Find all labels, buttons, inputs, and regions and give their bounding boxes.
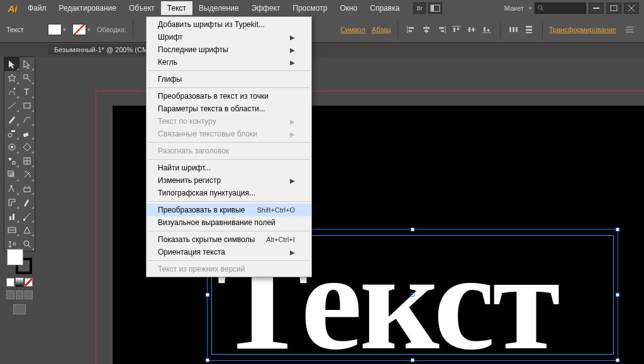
menu-item-текст[interactable]: Текст xyxy=(161,1,192,15)
menu-item[interactable]: Последние шрифты▶ xyxy=(147,43,311,56)
menu-item-редактирование[interactable]: Редактирование xyxy=(53,1,123,15)
width-tool[interactable] xyxy=(4,154,19,168)
selection-handle[interactable] xyxy=(616,228,619,231)
svg-rect-35 xyxy=(24,75,28,79)
selection-tool[interactable] xyxy=(4,57,19,71)
slice-tool[interactable] xyxy=(19,209,35,223)
magic-wand-tool[interactable] xyxy=(4,71,19,85)
fill-stroke-indicator[interactable] xyxy=(7,249,32,274)
window-close-button[interactable] xyxy=(624,3,639,14)
menu-item[interactable]: Глифы xyxy=(147,73,311,85)
canvas-area[interactable]: Текст xyxy=(40,57,644,364)
lasso-tool[interactable] xyxy=(19,71,35,85)
search-input[interactable] xyxy=(535,3,586,14)
type-tool[interactable]: T xyxy=(19,85,35,99)
menu-item[interactable]: Найти шрифт... xyxy=(147,162,311,174)
menu-item[interactable]: Шрифт▶ xyxy=(147,31,311,43)
screen-mode-icon[interactable] xyxy=(13,304,26,314)
menu-item[interactable]: Показать скрытые символыAlt+Ctrl+I xyxy=(147,233,311,246)
menu-item[interactable]: Ориентация текста▶ xyxy=(147,246,311,258)
color-none-icon[interactable] xyxy=(25,278,33,287)
menu-item[interactable]: Изменить регистр▶ xyxy=(147,174,311,187)
tools-panel-bottom xyxy=(4,246,35,317)
selection-handle[interactable] xyxy=(206,293,209,297)
svg-point-52 xyxy=(11,185,13,187)
menu-item[interactable]: Кегль▶ xyxy=(147,56,311,69)
window-maximize-button[interactable] xyxy=(606,3,621,14)
workspace-layout-icon[interactable] xyxy=(428,3,442,14)
menu-item-эффект[interactable]: Эффект xyxy=(245,1,287,15)
pencil-tool[interactable] xyxy=(19,113,35,126)
svg-line-38 xyxy=(8,102,16,109)
menu-item[interactable]: Визуальное выравнивание полей xyxy=(147,216,311,229)
paragraph-link[interactable]: Абзац xyxy=(372,26,391,33)
fill-color-box[interactable] xyxy=(7,249,23,265)
menu-item[interactable]: Параметры текста в области... xyxy=(147,102,311,115)
menu-item-окно[interactable]: Окно xyxy=(333,1,364,15)
svg-rect-21 xyxy=(469,27,470,32)
menu-item-просмотр[interactable]: Просмотр xyxy=(287,1,334,15)
selection-handle[interactable] xyxy=(616,293,619,297)
selection-handle[interactable] xyxy=(206,358,209,362)
menu-item[interactable]: Преобразовать в кривыеShift+Ctrl+O xyxy=(147,204,311,216)
blend-tool[interactable] xyxy=(19,196,35,209)
transform-link[interactable]: Трансформирование xyxy=(549,26,616,33)
draw-inside-icon[interactable] xyxy=(25,290,33,299)
align-vcenter-icon[interactable] xyxy=(465,23,479,36)
perspective-tool[interactable] xyxy=(19,168,35,182)
bridge-badge[interactable]: Br xyxy=(413,3,426,14)
menu-item-выделение[interactable]: Выделение xyxy=(192,1,245,15)
layout-label[interactable]: Макет xyxy=(504,4,524,12)
layout-dropdown-icon[interactable]: ▾ xyxy=(529,5,532,11)
scale-tool[interactable] xyxy=(19,140,35,154)
distribute-v-icon[interactable] xyxy=(522,23,536,36)
window-minimize-button[interactable] xyxy=(589,3,604,14)
svg-line-58 xyxy=(24,213,30,219)
selection-handle[interactable] xyxy=(411,358,414,362)
symbol-sprayer-tool[interactable] xyxy=(19,223,35,237)
menu-item[interactable]: Преобразовать в текст из точки xyxy=(147,90,311,102)
svg-rect-15 xyxy=(439,27,444,29)
direct-selection-tool[interactable] xyxy=(19,57,35,71)
column-graph-tool[interactable] xyxy=(4,209,19,223)
align-left-icon[interactable] xyxy=(404,23,418,36)
align-top-icon[interactable] xyxy=(450,23,464,36)
fill-swatch-group[interactable]: ▾ xyxy=(48,24,66,35)
shape-builder-tool[interactable] xyxy=(4,168,19,182)
blob-brush-tool[interactable] xyxy=(4,126,19,140)
panel-menu-icon[interactable] xyxy=(623,23,636,36)
menu-item[interactable]: Типографская пунктуация... xyxy=(147,187,311,199)
paintbrush-tool[interactable] xyxy=(4,113,19,126)
rectangle-tool[interactable] xyxy=(19,99,35,113)
menu-item[interactable]: Добавить шрифты из Typekit... xyxy=(147,18,311,31)
distribute-h-icon[interactable] xyxy=(507,23,521,36)
svg-rect-22 xyxy=(472,28,474,31)
draw-normal-icon[interactable] xyxy=(6,290,14,299)
color-gradient-icon[interactable] xyxy=(16,278,24,287)
color-solid-icon[interactable] xyxy=(6,278,14,287)
menu-item-label: Изменить регистр xyxy=(158,176,221,185)
draw-behind-icon[interactable] xyxy=(16,290,24,299)
pen-tool[interactable] xyxy=(4,85,19,99)
stroke-swatch-none[interactable] xyxy=(72,24,86,35)
menu-item-объект[interactable]: Объект xyxy=(123,1,161,15)
align-right-icon[interactable] xyxy=(435,23,448,36)
eyedropper-tool[interactable] xyxy=(4,196,19,209)
menu-item-файл[interactable]: Файл xyxy=(21,1,53,15)
symbol-link[interactable]: Символ xyxy=(340,26,365,33)
align-group xyxy=(404,23,494,36)
stroke-swatch-group[interactable]: ▾ xyxy=(72,24,91,35)
fill-swatch[interactable] xyxy=(48,24,62,35)
rotate-tool[interactable] xyxy=(4,140,19,154)
eraser-tool[interactable] xyxy=(19,126,35,140)
menu-item-справка[interactable]: Справка xyxy=(364,1,406,15)
align-hcenter-icon[interactable] xyxy=(419,23,433,36)
align-bottom-icon[interactable] xyxy=(480,23,494,36)
mesh-tool[interactable] xyxy=(4,182,19,196)
free-transform-tool[interactable] xyxy=(19,154,35,168)
line-tool[interactable] xyxy=(4,99,19,113)
selection-handle[interactable] xyxy=(616,358,619,362)
gradient-tool[interactable] xyxy=(19,182,35,196)
artboard-tool[interactable] xyxy=(4,223,19,237)
selection-handle[interactable] xyxy=(411,228,414,231)
